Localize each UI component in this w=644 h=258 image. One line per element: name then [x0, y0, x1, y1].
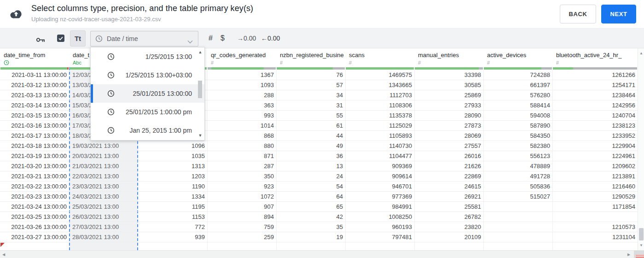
grid-cell[interactable]: 2021-03-16 13:00:00 [0, 121, 69, 130]
grid-cell[interactable]: 1254171 [552, 80, 638, 90]
grid-cell[interactable]: 1105893 [345, 131, 414, 141]
column-header[interactable]: nzbn_registered_busine# [276, 48, 345, 67]
grid-cell[interactable]: 287 [207, 161, 276, 171]
grid-cell[interactable]: 24 [276, 171, 345, 181]
dropdown-scrollbar[interactable]: ▲ ▼ [197, 48, 203, 139]
grid-cell[interactable]: 582380 [483, 141, 552, 151]
grid-cell[interactable]: 1231104 [552, 232, 638, 242]
grid-cell[interactable]: 19 [276, 232, 345, 242]
grid-cell[interactable]: 1008250 [345, 212, 414, 222]
text-type-button[interactable]: Tt [70, 30, 86, 47]
grid-cell[interactable]: 993 [207, 111, 276, 120]
grid-cell[interactable]: 1108306 [345, 100, 414, 110]
format-option[interactable]: 1/25/2015 13:00+03:00 [91, 66, 204, 84]
grid-cell[interactable]: 1240704 [552, 111, 638, 120]
grid-cell[interactable]: 2021-03-19 13:00:00 [0, 151, 69, 161]
grid-cell[interactable]: 909614 [345, 171, 414, 181]
grid-cell[interactable]: 1072 [207, 192, 276, 201]
grid-cell[interactable]: 1125029 [345, 121, 414, 130]
grid-cell[interactable]: 1238123 [552, 121, 638, 130]
grid-cell[interactable]: 30585 [414, 80, 483, 90]
grid-cell[interactable]: 2021-03-13 13:00:00 [0, 90, 69, 100]
grid-cell[interactable]: 939 [138, 232, 207, 242]
grid-cell[interactable]: 23/03/2021 13:00 [69, 182, 138, 191]
dropdown-scroll-down-icon[interactable]: ▼ [197, 133, 203, 138]
dropdown-scroll-up-icon[interactable]: ▲ [197, 50, 203, 54]
column-header[interactable]: bluetooth_active_24_hr_# [552, 48, 638, 67]
grid-cell[interactable]: 1140730 [345, 141, 414, 151]
scroll-down-arrow-icon[interactable]: ▼ [638, 243, 644, 247]
horizontal-scroll-thumb[interactable] [636, 255, 644, 258]
column-header[interactable]: scans# [345, 48, 414, 67]
grid-cell[interactable]: 36 [276, 151, 345, 161]
grid-cell[interactable]: 42 [276, 212, 345, 222]
grid-cell[interactable]: 1014 [207, 121, 276, 130]
grid-cell[interactable]: 907 [207, 202, 276, 211]
grid-cell[interactable]: 22/03/2021 13:00 [69, 171, 138, 181]
grid-cell[interactable]: 2021-03-23 13:00:00 [0, 192, 69, 201]
grid-cell[interactable]: 21/03/2021 13:00 [69, 161, 138, 171]
vertical-scroll-thumb[interactable] [639, 228, 644, 240]
grid-cell[interactable]: 28/03/2021 13:00 [69, 232, 138, 242]
grid-cell[interactable]: 44 [276, 131, 345, 141]
grid-cell[interactable]: 23820 [414, 222, 483, 232]
grid-cell[interactable]: 27/03/2021 13:00 [69, 222, 138, 232]
grid-cell[interactable]: 25/03/2021 13:00 [69, 202, 138, 211]
grid-cell[interactable]: 1469575 [345, 70, 414, 80]
grid-cell[interactable]: 25581 [414, 202, 483, 211]
grid-cell[interactable]: 1334 [138, 192, 207, 201]
grid-cell[interactable]: 1093 [207, 80, 276, 90]
grid-cell[interactable]: 515027 [483, 192, 552, 201]
grid-cell[interactable]: 2021-03-20 13:00:00 [0, 161, 69, 171]
column-header[interactable]: active_devices# [483, 48, 552, 67]
format-option[interactable]: 25/01/2015 1:00:00 pm [91, 103, 204, 121]
grid-cell[interactable]: 1224961 [552, 151, 638, 161]
grid-cell[interactable]: 1190 [138, 182, 207, 191]
number-type-button[interactable]: # [209, 29, 213, 48]
grid-cell[interactable]: 28090 [414, 111, 483, 120]
grid-cell[interactable]: 1171854 [552, 202, 638, 211]
grid-cell[interactable]: 984991 [345, 202, 414, 211]
increase-decimal-button[interactable]: →0.00 [237, 29, 256, 48]
grid-cell[interactable]: 1096 [138, 141, 207, 151]
column-header[interactable]: qr_codes_generated# [207, 48, 276, 67]
grid-cell[interactable]: 1313 [138, 161, 207, 171]
grid-cell[interactable]: 25869 [414, 90, 483, 100]
grid-cell[interactable]: 2021-03-25 13:00:00 [0, 212, 69, 222]
grid-cell[interactable]: 556123 [483, 151, 552, 161]
grid-cell[interactable]: 2021-03-27 13:00:00 [0, 232, 69, 242]
grid-cell[interactable]: 64 [276, 192, 345, 201]
grid-cell[interactable]: 772 [138, 222, 207, 232]
grid-cell[interactable]: 2021-03-14 13:00:00 [0, 100, 69, 110]
grid-cell[interactable]: 2021-03-21 13:00:00 [0, 171, 69, 181]
grid-cell[interactable]: 960193 [345, 222, 414, 232]
grid-cell[interactable]: 2021-03-17 13:00:00 [0, 131, 69, 141]
grid-cell[interactable]: 584350 [483, 131, 552, 141]
grid-cell[interactable]: 21626 [414, 161, 483, 171]
column-header[interactable]: manual_entries# [414, 48, 483, 67]
format-option[interactable]: 25/01/2015 13:00:00 [91, 84, 204, 103]
grid-cell[interactable]: 1229904 [552, 141, 638, 151]
grid-cell[interactable]: 505836 [483, 182, 552, 191]
next-button[interactable]: NEXT [601, 5, 636, 23]
format-option[interactable]: 1/25/2015 13:00 [91, 47, 204, 66]
grid-cell[interactable]: 1112703 [345, 90, 414, 100]
scroll-left-arrow-icon[interactable]: ◀ [2, 252, 5, 257]
grid-cell[interactable]: 1104477 [345, 151, 414, 161]
grid-cell[interactable]: 35 [276, 222, 345, 232]
dropdown-scroll-thumb[interactable] [198, 81, 202, 98]
grid-cell[interactable]: 478889 [483, 161, 552, 171]
grid-cell[interactable]: 1210573 [552, 222, 638, 232]
grid-cell[interactable]: 350 [207, 171, 276, 181]
scroll-right-arrow-icon[interactable]: ▶ [627, 252, 630, 257]
grid-cell[interactable]: 1213891 [552, 171, 638, 181]
grid-cell[interactable]: 28069 [414, 131, 483, 141]
grid-cell[interactable]: 26782 [414, 212, 483, 222]
grid-cell[interactable]: 34 [276, 90, 345, 100]
decrease-decimal-button[interactable]: ←0.00 [261, 29, 280, 48]
grid-cell[interactable]: 27933 [414, 100, 483, 110]
grid-cell[interactable]: 1290529 [552, 192, 638, 201]
grid-cell[interactable]: 26/03/2021 13:00 [69, 212, 138, 222]
grid-cell[interactable]: 2021-03-22 13:00:00 [0, 182, 69, 191]
include-column-checkbox[interactable] [57, 35, 64, 42]
